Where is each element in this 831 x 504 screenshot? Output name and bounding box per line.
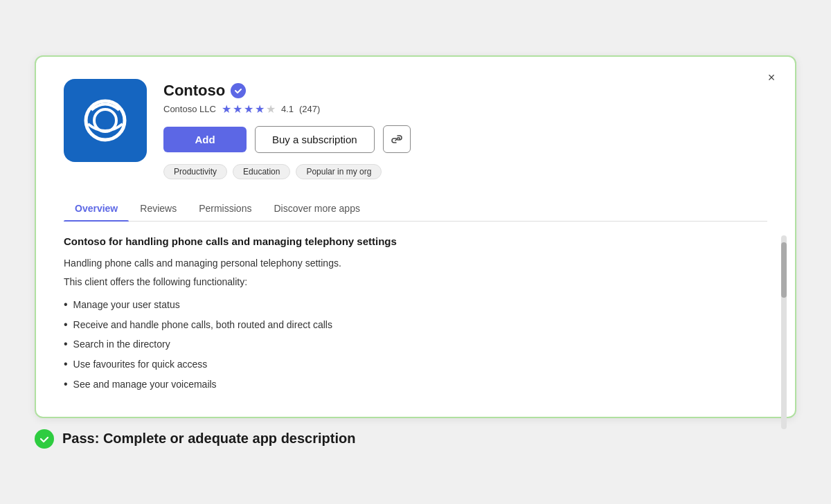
tabs-section: Overview Reviews Permissions Discover mo… [64,196,767,222]
feature-item-2: Receive and handle phone calls, both rou… [64,315,767,335]
scrollbar-track[interactable] [781,235,787,429]
add-button[interactable]: Add [163,127,247,152]
overview-line1: Handling phone calls and managing person… [64,255,767,271]
header-section: Contoso Contoso LLC ★ ★ ★ ★ ★ 4.1 (247) [64,79,767,179]
tab-permissions[interactable]: Permissions [188,196,262,221]
verified-icon [231,83,246,98]
overview-title: Contoso for handling phone calls and man… [64,235,767,247]
content-section: Contoso for handling phone calls and man… [64,235,767,395]
overview-body: Handling phone calls and managing person… [64,255,767,289]
tab-reviews[interactable]: Reviews [129,196,188,221]
feature-item-5: See and manage your voicemails [64,375,767,395]
star-3: ★ [244,102,253,116]
tag-productivity[interactable]: Productivity [163,164,227,179]
action-row: Add Buy a subscription [163,125,767,153]
app-detail-modal: × Contoso Contoso LLC [35,55,796,418]
tags-row: Productivity Education Popular in my org [163,164,767,179]
app-title-row: Contoso [163,82,767,100]
star-2: ★ [233,102,242,116]
tag-popular[interactable]: Popular in my org [296,164,382,179]
app-info: Contoso Contoso LLC ★ ★ ★ ★ ★ 4.1 (247) [163,79,767,179]
app-icon [64,79,147,162]
feature-item-3: Search in the directory [64,334,767,354]
feature-list: Manage your user status Receive and hand… [64,295,767,395]
svg-point-0 [86,101,125,140]
feature-item-4: Use favourites for quick access [64,354,767,375]
app-name: Contoso [163,82,225,100]
scrollbar-thumb[interactable] [781,242,787,298]
feature-item-1: Manage your user status [64,295,767,315]
link-icon-button[interactable] [383,125,411,153]
pass-icon [35,429,54,449]
buy-subscription-button[interactable]: Buy a subscription [255,126,375,153]
star-1: ★ [222,102,231,116]
tag-education[interactable]: Education [233,164,290,179]
rating-row: Contoso LLC ★ ★ ★ ★ ★ 4.1 (247) [163,102,767,116]
rating-count: (247) [299,104,320,114]
close-button[interactable]: × [762,68,781,87]
stars-container: ★ ★ ★ ★ ★ [222,102,276,116]
publisher-name: Contoso LLC [163,104,216,114]
star-5: ★ [266,102,276,116]
tab-discover-more[interactable]: Discover more apps [262,196,371,221]
pass-label: Pass: Complete or adequate app descripti… [62,431,355,447]
star-4: ★ [255,102,265,116]
rating-value: 4.1 [281,104,294,114]
tab-overview[interactable]: Overview [64,196,129,221]
overview-line2: This client offers the following functio… [64,274,767,289]
pass-result-section: Pass: Complete or adequate app descripti… [35,429,796,449]
